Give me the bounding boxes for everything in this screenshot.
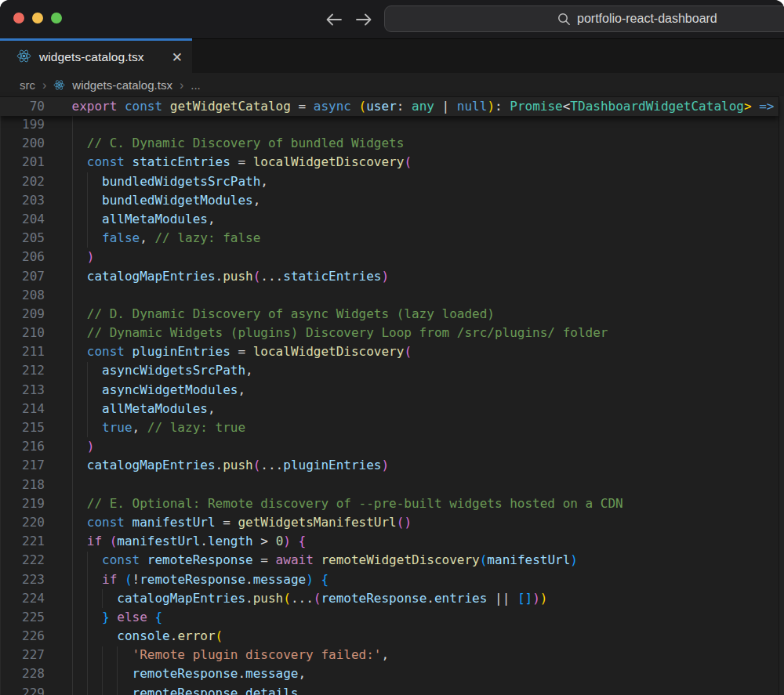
breadcrumb: src › widgets-catalog.tsx › ... <box>0 73 784 96</box>
forward-arrow-icon[interactable] <box>353 11 376 28</box>
tab-label: widgets-catalog.tsx <box>39 50 144 64</box>
line-number: 220 <box>0 513 45 532</box>
tab-close-icon[interactable]: ✕ <box>172 51 183 64</box>
code-line[interactable]: 219 // E. Optional: Remote discovery of … <box>0 494 779 513</box>
code-line[interactable]: 226 console.error( <box>0 627 779 646</box>
line-number: 215 <box>0 418 45 437</box>
code-line[interactable]: 206 ) <box>0 248 779 266</box>
line-number: 204 <box>0 210 45 229</box>
code-text: const pluginEntries = localWidgetDiscove… <box>72 342 412 361</box>
code-line[interactable]: 201 const staticEntries = localWidgetDis… <box>0 153 779 172</box>
code-text: const remoteResponse = await remoteWidge… <box>72 551 578 570</box>
line-number: 229 <box>0 684 45 695</box>
line-number: 216 <box>0 437 45 456</box>
code-text: // Dynamic Widgets (plugins) Discovery L… <box>72 324 608 342</box>
editor-code-area[interactable]: 199200 // C. Dynamic Discovery of bundle… <box>0 115 779 695</box>
command-center-search[interactable]: portfolio-react-dashboard <box>384 5 784 32</box>
close-window-button[interactable] <box>13 13 24 24</box>
code-line[interactable]: 224 catalogMapEntries.push(...(remoteRes… <box>0 589 779 608</box>
code-line[interactable]: 208 <box>0 286 779 305</box>
code-line[interactable]: 228 remoteResponse.message, <box>0 664 779 683</box>
chevron-right-icon: › <box>180 79 183 91</box>
code-text: // E. Optional: Remote discovery of --pr… <box>72 494 623 513</box>
code-line[interactable]: 223 if (!remoteResponse.message) { <box>0 570 779 589</box>
code-line[interactable]: 215 true, // lazy: true <box>0 418 779 437</box>
code-line[interactable]: 203 bundledWidgetModules, <box>0 191 779 210</box>
code-line[interactable]: 204 allMetaModules, <box>0 210 779 229</box>
breadcrumb-src[interactable]: src <box>20 78 35 92</box>
sticky-scroll-line[interactable]: 70export const getWidgetCatalog = async … <box>0 96 779 116</box>
line-number: 206 <box>0 248 45 266</box>
line-number: 201 <box>0 153 45 172</box>
code-line[interactable]: 200 // C. Dynamic Discovery of bundled W… <box>0 134 779 153</box>
line-number: 207 <box>0 267 45 286</box>
code-line[interactable]: 221 if (manifestUrl.length > 0) { <box>0 532 779 551</box>
code-text: } else { <box>72 608 163 627</box>
line-number: 208 <box>0 286 45 305</box>
search-text: portfolio-react-dashboard <box>577 6 717 31</box>
code-text: 'Remote plugin discovery failed:', <box>72 646 390 664</box>
code-line[interactable]: 217 catalogMapEntries.push(...pluginEntr… <box>0 456 779 475</box>
breadcrumb-file[interactable]: widgets-catalog.tsx <box>72 78 172 92</box>
code-line[interactable]: 212 asyncWidgetsSrcPath, <box>0 361 779 380</box>
code-line[interactable]: 199 <box>0 115 779 134</box>
code-text: catalogMapEntries.push(...(remoteRespons… <box>72 589 548 608</box>
code-line[interactable]: 213 asyncWidgetModules, <box>0 381 779 400</box>
code-text: ) <box>72 248 95 266</box>
chevron-right-icon: › <box>42 79 46 91</box>
code-text: const staticEntries = localWidgetDiscove… <box>72 153 412 172</box>
code-line[interactable]: 207 catalogMapEntries.push(...staticEntr… <box>0 267 779 286</box>
code-text: remoteResponse.message, <box>72 664 307 683</box>
code-line[interactable]: 225 } else { <box>0 608 779 627</box>
code-text: asyncWidgetModules, <box>72 381 246 400</box>
code-text: bundledWidgetsSrcPath, <box>72 172 268 191</box>
code-text: bundledWidgetModules, <box>72 191 261 210</box>
line-number: 202 <box>0 172 45 191</box>
line-number: 214 <box>0 400 45 418</box>
line-number: 221 <box>0 532 45 551</box>
line-number: 70 <box>0 97 45 116</box>
code-line[interactable]: 216 ) <box>0 437 779 456</box>
code-text: allMetaModules, <box>72 210 216 229</box>
line-number: 209 <box>0 305 45 324</box>
react-file-icon-small <box>53 79 65 91</box>
code-line[interactable]: 205 false, // lazy: false <box>0 229 779 248</box>
line-number: 222 <box>0 551 45 570</box>
line-number: 217 <box>0 456 45 475</box>
code-line[interactable]: 70export const getWidgetCatalog = async … <box>0 97 779 116</box>
react-file-icon <box>16 49 31 67</box>
tab-widgets-catalog[interactable]: widgets-catalog.tsx ✕ <box>0 38 192 74</box>
code-line[interactable]: 209 // D. Dynamic Discovery of async Wid… <box>0 305 779 324</box>
code-line[interactable]: 211 const pluginEntries = localWidgetDis… <box>0 342 779 361</box>
line-number: 218 <box>0 476 45 494</box>
code-text: true, // lazy: true <box>72 418 246 437</box>
scrollbar-track[interactable] <box>779 96 784 695</box>
code-line[interactable]: 210 // Dynamic Widgets (plugins) Discove… <box>0 324 779 342</box>
search-icon <box>557 13 571 29</box>
code-line[interactable]: 218 <box>0 476 779 494</box>
line-number: 228 <box>0 664 45 683</box>
line-number: 213 <box>0 381 45 400</box>
breadcrumb-symbol[interactable]: ... <box>191 78 201 92</box>
line-number: 226 <box>0 627 45 646</box>
line-number: 224 <box>0 589 45 608</box>
code-text: ) <box>72 437 95 456</box>
minimize-window-button[interactable] <box>32 13 43 24</box>
code-line[interactable]: 222 const remoteResponse = await remoteW… <box>0 551 779 570</box>
code-line[interactable]: 229 remoteResponse.details, <box>0 684 779 695</box>
line-number: 200 <box>0 134 45 153</box>
zoom-window-button[interactable] <box>51 13 62 24</box>
code-text: catalogMapEntries.push(...staticEntries) <box>72 267 390 286</box>
code-line[interactable]: 220 const manifestUrl = getWidgetsManife… <box>0 513 779 532</box>
code-line[interactable]: 202 bundledWidgetsSrcPath, <box>0 172 779 191</box>
code-text: if (!remoteResponse.message) { <box>72 570 329 589</box>
code-text: catalogMapEntries.push(...pluginEntries) <box>72 456 390 475</box>
code-line[interactable]: 214 allMetaModules, <box>0 400 779 418</box>
line-number: 227 <box>0 646 45 664</box>
code-text: const manifestUrl = getWidgetsManifestUr… <box>72 513 412 532</box>
code-editor-window: portfolio-react-dashboard widgets-catalo… <box>0 0 784 695</box>
back-arrow-icon[interactable] <box>323 11 347 28</box>
line-number: 223 <box>0 570 45 589</box>
code-line[interactable]: 227 'Remote plugin discovery failed:', <box>0 646 779 664</box>
code-text: export const getWidgetCatalog = async (u… <box>72 97 775 116</box>
